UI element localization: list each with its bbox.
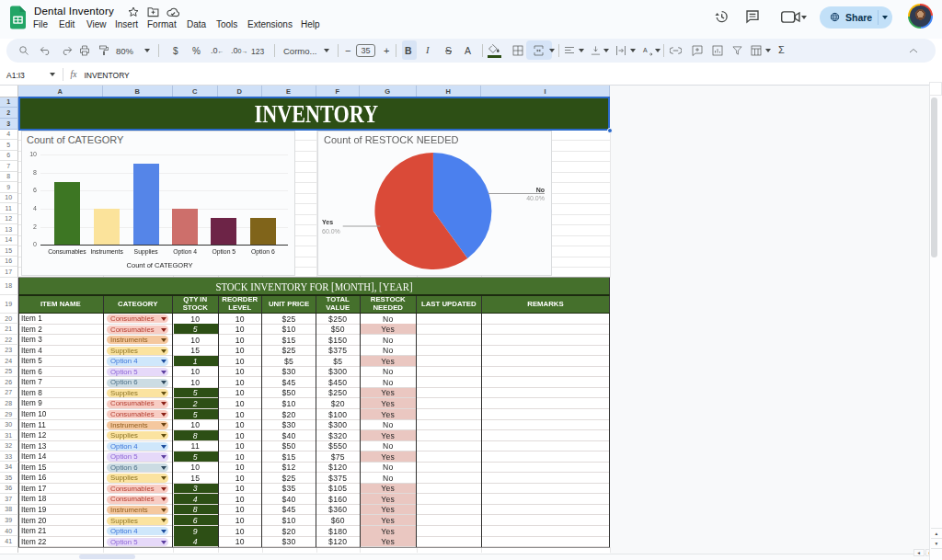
svg-text:Yes: Yes [322, 219, 333, 225]
svg-text:60.0%: 60.0% [322, 227, 340, 234]
svg-text:40.0%: 40.0% [526, 195, 545, 201]
svg-text:STOCK INVENTORY FOR [MONTH], [: STOCK INVENTORY FOR [MONTH], [YEAR] [215, 280, 412, 293]
svg-text:A: A [643, 47, 648, 53]
svg-text:No: No [536, 186, 545, 192]
